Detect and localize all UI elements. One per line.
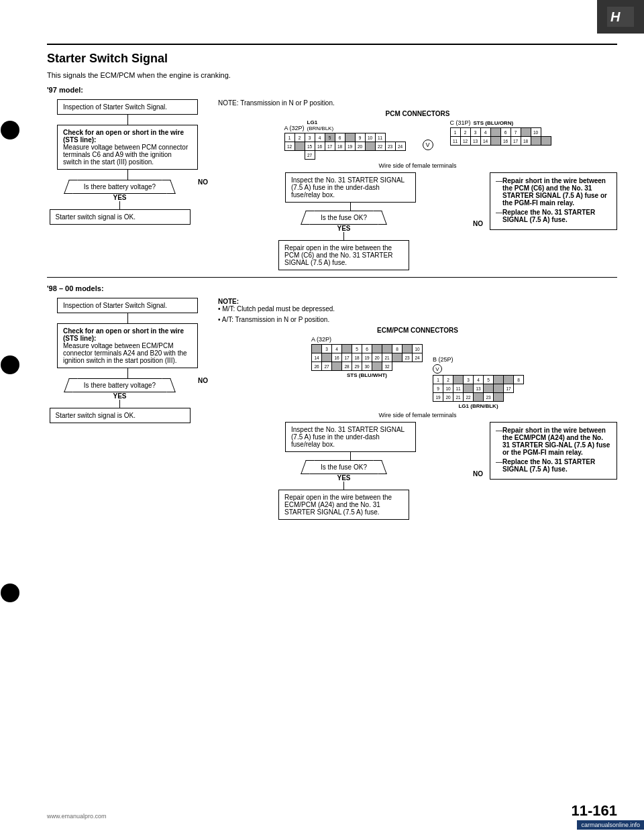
c-pin-11: 11 bbox=[450, 137, 460, 146]
lg1-label-area: LG1 (BRN/BLK) bbox=[307, 119, 334, 131]
repair-open-98: Repair open in the wire between the ECM/… bbox=[278, 490, 409, 520]
c-pin-14: 14 bbox=[480, 137, 490, 146]
pin-17: 17 bbox=[325, 142, 335, 151]
no2-area: NO bbox=[473, 220, 483, 227]
a32p-label: A (32P) bbox=[284, 125, 305, 131]
a32p-row3: 27 bbox=[284, 151, 405, 160]
a32p-row1: 1234 56 91011 bbox=[284, 133, 405, 142]
pin-27: 27 bbox=[305, 151, 315, 160]
pin-9: 9 bbox=[355, 133, 365, 142]
c31p-connector-97: C (31P) STS (BLU/ORN) 1234 67 10 1112131… bbox=[450, 119, 551, 160]
conn-yes2-97 bbox=[343, 232, 344, 240]
a32p-pin-table: 1234 56 91011 12 151617 181920 222324 bbox=[284, 133, 406, 160]
model-97-label: '97 model: bbox=[47, 86, 617, 94]
pin-4: 4 bbox=[315, 133, 325, 142]
a32p-row2: 12 151617 181920 222324 bbox=[284, 142, 405, 151]
pin-10: 10 bbox=[365, 133, 375, 142]
c-pin-6: 6 bbox=[500, 128, 511, 137]
conn-yes-98 bbox=[119, 400, 120, 408]
repair-item-98-2: Replace the No. 31 STARTER SIGNAL (7.5 A… bbox=[496, 458, 611, 473]
fuse-diamond-center-98: Is the fuse OK? YES Repair open in the w… bbox=[218, 460, 470, 520]
inspect-box-97: Inspect the No. 31 STARTER SIGNAL (7.5 A… bbox=[285, 172, 416, 203]
v-circle-98: V bbox=[433, 364, 442, 374]
pin-22: 22 bbox=[375, 142, 385, 151]
repair-item-97-2: Replace the No. 31 STARTER SIGNAL (7.5 A… bbox=[496, 209, 611, 223]
binding-mark-3 bbox=[0, 584, 20, 605]
pin-7 bbox=[345, 133, 355, 142]
repair-short-box-98: Repair short in the wire between the ECM… bbox=[490, 422, 617, 480]
c31p-label: C (31P) bbox=[450, 119, 471, 126]
fuse-diamond-area: Is the fuse OK? YES Repair open in the w… bbox=[218, 211, 470, 270]
pin-x1 bbox=[294, 142, 305, 151]
repair-item-97-1: Repair short in the wire between the PCM… bbox=[496, 177, 611, 207]
pcm-connectors-title-97: PCM CONNECTORS bbox=[218, 110, 617, 117]
website-label: www.emanualpro.com bbox=[47, 813, 107, 820]
diamond-area-98: Is there battery voltage? YES Starter sw… bbox=[47, 378, 193, 423]
flow-box-97-2: Check for an open or short in the wire (… bbox=[57, 125, 198, 170]
binding-circle-3 bbox=[1, 584, 19, 602]
ecm-pcm-title-98: ECM/PCM CONNECTORS bbox=[218, 327, 617, 334]
fuse-diamond-area-98: Is the fuse OK? YES Repair open in the w… bbox=[218, 460, 470, 520]
flow-start-97: Inspection of Starter Switch Signal. Che… bbox=[47, 99, 208, 225]
pin-12: 12 bbox=[284, 142, 294, 151]
note2-98: • A/T: Transmission in N or P position. bbox=[218, 316, 617, 323]
v-symbol-97: V bbox=[423, 129, 433, 160]
no-flow-center-98: Inspect the No. 31 STARTER SIGNAL (7.5 A… bbox=[218, 422, 483, 520]
b25p-row2: 9101113 17 bbox=[433, 384, 524, 393]
yes-label-98: YES bbox=[113, 392, 126, 400]
conn-inspect-98 bbox=[350, 452, 351, 460]
b25p-connector-98: B (25P) V 12345 8 9101113 17 bbox=[433, 356, 524, 409]
no-connector-98: Is there battery voltage? YES Starter sw… bbox=[47, 378, 208, 423]
c-pin-2: 2 bbox=[460, 128, 470, 137]
a32p-header: A (32P) LG1 (BRN/BLK) bbox=[284, 119, 406, 131]
left-flow-98: Inspection of Starter Switch Signal. Che… bbox=[47, 298, 208, 423]
wire-side-98: Wire side of female terminals bbox=[218, 412, 617, 419]
c-pin-x3 bbox=[541, 137, 551, 146]
conn-yes-97 bbox=[119, 201, 120, 209]
b25p-label-98: B (25P) bbox=[433, 356, 524, 363]
c31p-row1: 1234 67 10 bbox=[450, 128, 551, 137]
c-pin-18: 18 bbox=[521, 137, 531, 146]
no-label-97: NO bbox=[198, 178, 208, 186]
wire-side-97: Wire side of female terminals bbox=[218, 162, 617, 169]
b25p-row3: 1920212223 bbox=[433, 393, 524, 402]
page-number: 11-161 bbox=[571, 802, 617, 820]
spacer-1 bbox=[284, 151, 305, 160]
pin-23: 23 bbox=[385, 142, 395, 151]
no-connector-97: Is there battery voltage? YES Starter sw… bbox=[47, 180, 208, 225]
right-flow-98: NOTE: • M/T: Clutch pedal must be depres… bbox=[218, 298, 617, 520]
top-divider bbox=[47, 44, 617, 45]
no-line-area: NO bbox=[198, 178, 208, 186]
flow-start-98: Inspection of Starter Switch Signal. Che… bbox=[47, 298, 208, 423]
c-pin-13: 13 bbox=[470, 137, 480, 146]
carmanuals-label: carmanualsonline.info bbox=[577, 820, 644, 830]
diamond-97-1: Is there battery voltage? bbox=[72, 180, 168, 194]
ok-box-97: Starter switch signal is OK. bbox=[50, 209, 191, 225]
b25p-pin-table: 12345 8 9101113 17 1920212223 bbox=[433, 375, 524, 402]
binding-circle-2 bbox=[1, 355, 19, 374]
repair-item-98-1: Repair short in the wire between the ECM… bbox=[496, 427, 611, 456]
a32p-connector-98: A (32P) 3456 810 1416171819 20212324 262… bbox=[311, 336, 423, 409]
flow-box-98-2: Check for an open or short in the wire (… bbox=[57, 323, 198, 368]
binding-mark-2 bbox=[0, 355, 20, 377]
c-pin-8 bbox=[521, 128, 531, 137]
no-branch-98: Inspect the No. 31 STARTER SIGNAL (7.5 A… bbox=[218, 422, 617, 520]
top-logo: H bbox=[597, 0, 644, 34]
page-title: Starter Switch Signal bbox=[47, 52, 617, 66]
connector-diagrams-98: A (32P) 3456 810 1416171819 20212324 262… bbox=[218, 336, 617, 409]
c-pin-4: 4 bbox=[480, 128, 490, 137]
b25p-header-row: V bbox=[433, 364, 524, 374]
a32p-pin-table-98: 3456 810 1416171819 20212324 2627282930 … bbox=[311, 344, 423, 371]
pin-21 bbox=[365, 142, 375, 151]
pin-6: 6 bbox=[335, 133, 345, 142]
conn-v-98-2 bbox=[127, 368, 128, 378]
c-pin-x2 bbox=[531, 137, 541, 146]
c-pin-16: 16 bbox=[500, 137, 511, 146]
sts-label-98: STS (BLU/WHT) bbox=[311, 372, 423, 378]
v-circle: V bbox=[423, 140, 433, 150]
svg-text:H: H bbox=[610, 9, 621, 24]
a32p-connector-97: A (32P) LG1 (BRN/BLK) 1234 56 91011 bbox=[284, 119, 406, 160]
no-branch-97: Inspect the No. 31 STARTER SIGNAL (7.5 A… bbox=[218, 172, 617, 270]
repair-open-97: Repair open in the wire between the PCM … bbox=[278, 240, 409, 270]
no2-label-97: NO bbox=[473, 220, 483, 227]
